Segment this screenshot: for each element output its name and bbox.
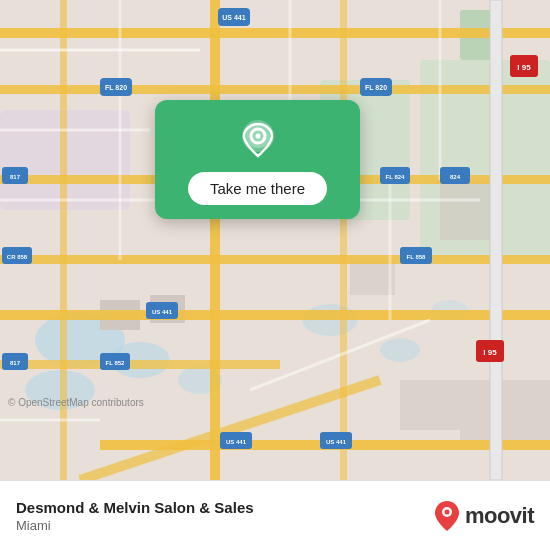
svg-line-24 [80, 380, 380, 480]
moovit-pin-icon [433, 499, 461, 533]
svg-point-8 [380, 338, 420, 362]
place-info: Desmond & Melvin Salon & Sales Miami [16, 499, 254, 533]
svg-rect-26 [210, 0, 220, 480]
location-pin-icon [236, 118, 280, 162]
svg-text:US 441: US 441 [222, 14, 245, 21]
location-card: Take me there [155, 100, 360, 219]
svg-text:I 95: I 95 [517, 63, 531, 72]
svg-rect-14 [350, 260, 395, 295]
svg-rect-16 [460, 380, 550, 440]
svg-text:US 441: US 441 [152, 309, 173, 315]
osm-attribution: © OpenStreetMap contributors [8, 397, 144, 408]
svg-rect-17 [0, 28, 550, 38]
place-name: Desmond & Melvin Salon & Sales [16, 499, 254, 516]
svg-text:FL 820: FL 820 [105, 84, 127, 91]
svg-rect-13 [440, 180, 490, 240]
svg-rect-15 [400, 380, 460, 430]
svg-rect-25 [490, 0, 502, 480]
svg-text:I 95: I 95 [483, 348, 497, 357]
svg-text:US 441: US 441 [326, 439, 347, 445]
svg-rect-27 [60, 0, 67, 480]
svg-rect-21 [0, 310, 550, 320]
svg-text:FL 820: FL 820 [365, 84, 387, 91]
moovit-brand-text: moovit [465, 503, 534, 529]
svg-point-75 [444, 509, 449, 514]
svg-text:FL 824: FL 824 [386, 174, 406, 180]
moovit-logo: moovit [433, 499, 534, 533]
svg-text:CR 858: CR 858 [7, 254, 28, 260]
map-svg: US 441 FL 820 FL 820 I 95 FL 824 824 817… [0, 0, 550, 480]
map-container: US 441 FL 820 FL 820 I 95 FL 824 824 817… [0, 0, 550, 480]
svg-text:FL 852: FL 852 [106, 360, 126, 366]
take-me-there-button[interactable]: Take me there [188, 172, 327, 205]
svg-point-72 [255, 134, 260, 139]
svg-text:FL 858: FL 858 [407, 254, 427, 260]
bottom-bar: Desmond & Melvin Salon & Sales Miami moo… [0, 480, 550, 550]
svg-rect-22 [0, 360, 280, 369]
svg-text:817: 817 [10, 174, 21, 180]
svg-rect-18 [0, 85, 550, 94]
svg-text:817: 817 [10, 360, 21, 366]
place-city: Miami [16, 518, 254, 533]
svg-rect-28 [340, 0, 347, 480]
svg-rect-20 [0, 255, 550, 264]
svg-text:824: 824 [450, 174, 461, 180]
svg-text:US 441: US 441 [226, 439, 247, 445]
